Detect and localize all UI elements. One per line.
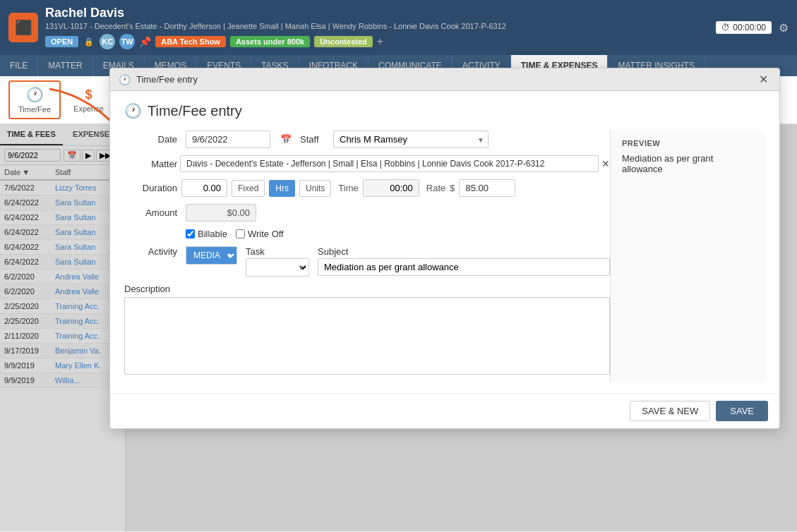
dialog-heading-text: Time/Fee entry	[148, 103, 242, 119]
time-input[interactable]	[363, 179, 419, 197]
task-label: Task	[246, 246, 309, 257]
timefee-button[interactable]: 🕐 Time/Fee	[8, 80, 61, 119]
dialog-form: Date 📅 Staff Chris M Ramsey ▼	[124, 131, 610, 382]
date-staff-row: Date 📅 Staff Chris M Ramsey ▼	[124, 131, 610, 148]
activity-label: Activity	[124, 246, 177, 257]
subject-section: Subject	[318, 246, 610, 276]
dollar-icon: $	[85, 87, 92, 102]
activity-row: Activity MEDIA ▼ Task	[124, 246, 610, 277]
rate-input[interactable]	[459, 179, 515, 197]
header-tags: OPEN 🔒 KC TW 📌 ABA Tech Show Assets unde…	[45, 34, 709, 49]
rate-symbol: $	[450, 183, 455, 193]
app-logo: ⬛	[8, 13, 38, 42]
dialog-titlebar: 🕐 Time/Fee entry ✕	[110, 68, 779, 91]
subject-input[interactable]	[318, 258, 610, 276]
dialog-title-text: Time/Fee entry	[136, 74, 750, 85]
tab-matter[interactable]: MATTER	[38, 55, 92, 76]
billable-checkbox-label[interactable]: Billable	[186, 229, 227, 239]
date-input[interactable]	[186, 131, 270, 148]
amount-row: Amount	[124, 204, 610, 222]
dialog-body: 🕐 Time/Fee entry Date 📅 Staff Chris M Ra…	[110, 91, 779, 393]
subject-label: Subject	[318, 246, 610, 257]
calendar-icon[interactable]: 📅	[280, 134, 292, 145]
timefee-label: Time/Fee	[18, 105, 51, 114]
dialog-title-icon: 🕐	[119, 74, 131, 85]
matter-label: Matter	[124, 159, 177, 169]
staff-label: Staff	[300, 134, 325, 145]
tag-assets[interactable]: Assets under 800k	[230, 36, 310, 47]
tag-aba[interactable]: ABA Tech Show	[155, 36, 226, 47]
description-label: Description	[124, 284, 610, 294]
task-select-wrapper: ▼	[246, 258, 309, 277]
main-content: TIME & FEES EXPENSES 📅 ▶ ▶▶ Date ▼ Staff…	[0, 124, 797, 531]
client-name: Rachel Davis	[45, 6, 709, 20]
activity-select[interactable]: MEDIA	[186, 246, 237, 265]
duration-row: Duration Fixed Hrs Units Time Rate $	[124, 179, 610, 197]
timer-icon: ⏱	[721, 23, 730, 32]
matter-desc: 131VL-1017 - Decedent's Estate - Dorthy …	[45, 22, 709, 30]
header-right: ⏱ 00:00:00 ⚙	[716, 21, 789, 35]
clock-icon: 🕐	[26, 86, 44, 103]
heading-icon: 🕐	[124, 102, 142, 119]
staff-select[interactable]: Chris M Ramsey	[333, 131, 489, 148]
billable-label: Billable	[198, 229, 227, 239]
task-section: Task ▼	[246, 246, 309, 277]
preview-panel: PREVIEW Mediation as per grant allowance	[610, 131, 765, 382]
expense-button[interactable]: $ Expense	[64, 82, 114, 119]
timer-badge: ⏱ 00:00:00	[716, 21, 772, 34]
dialog-footer: SAVE & NEW SAVE	[110, 393, 779, 428]
dialog-close-button[interactable]: ✕	[756, 73, 771, 86]
staff-select-wrapper: Chris M Ramsey ▼	[333, 131, 489, 148]
dialog-content: Date 📅 Staff Chris M Ramsey ▼	[124, 131, 765, 382]
tag-tw[interactable]: TW	[119, 34, 135, 49]
tag-uncontested[interactable]: Uncontested	[314, 36, 373, 47]
billable-checkbox[interactable]	[186, 229, 195, 238]
lock-icon: 🔒	[84, 37, 94, 47]
tab-file[interactable]: FILE	[0, 55, 38, 76]
preview-label: PREVIEW	[622, 139, 754, 147]
hrs-button[interactable]: Hrs	[269, 180, 295, 197]
checkbox-row: Billable Write Off	[186, 229, 610, 239]
time-label: Time	[338, 183, 358, 193]
rate-label: Rate	[426, 183, 445, 193]
tag-open[interactable]: OPEN	[45, 36, 78, 47]
timer-value: 00:00:00	[733, 23, 766, 32]
tag-add[interactable]: +	[377, 35, 383, 48]
expense-label: Expense	[73, 104, 104, 113]
matter-row: Matter ✕	[124, 155, 610, 172]
writeoff-checkbox-label[interactable]: Write Off	[236, 229, 284, 239]
duration-input[interactable]	[181, 179, 227, 197]
date-label: Date	[124, 134, 177, 145]
activity-select-wrapper: MEDIA ▼	[186, 246, 237, 265]
amount-input	[186, 204, 256, 222]
writeoff-checkbox[interactable]	[236, 229, 245, 238]
fixed-button[interactable]: Fixed	[232, 180, 265, 197]
save-new-button[interactable]: SAVE & NEW	[630, 401, 710, 421]
description-row: Description	[124, 284, 610, 375]
pin-icon: 📌	[139, 36, 151, 47]
units-button[interactable]: Units	[299, 180, 331, 197]
timefee-dialog: 🕐 Time/Fee entry ✕ 🕐 Time/Fee entry Date…	[109, 68, 780, 429]
matter-input[interactable]	[180, 155, 599, 172]
matter-clear-button[interactable]: ✕	[601, 158, 610, 169]
tag-kc[interactable]: KC	[100, 34, 115, 49]
logo-icon: ⬛	[15, 19, 32, 36]
description-textarea[interactable]	[124, 297, 610, 375]
save-button[interactable]: SAVE	[716, 401, 768, 421]
writeoff-label: Write Off	[248, 229, 284, 239]
amount-label: Amount	[124, 207, 177, 218]
activity-section: MEDIA ▼	[186, 246, 237, 265]
dialog-heading: 🕐 Time/Fee entry	[124, 102, 765, 119]
settings-button[interactable]: ⚙	[779, 21, 789, 35]
preview-text: Mediation as per grant allowance	[622, 153, 754, 174]
app-header: ⬛ Rachel Davis 131VL-1017 - Decedent's E…	[0, 0, 797, 55]
task-select[interactable]	[246, 258, 309, 277]
duration-label: Duration	[124, 183, 177, 193]
header-info: Rachel Davis 131VL-1017 - Decedent's Est…	[45, 6, 709, 49]
